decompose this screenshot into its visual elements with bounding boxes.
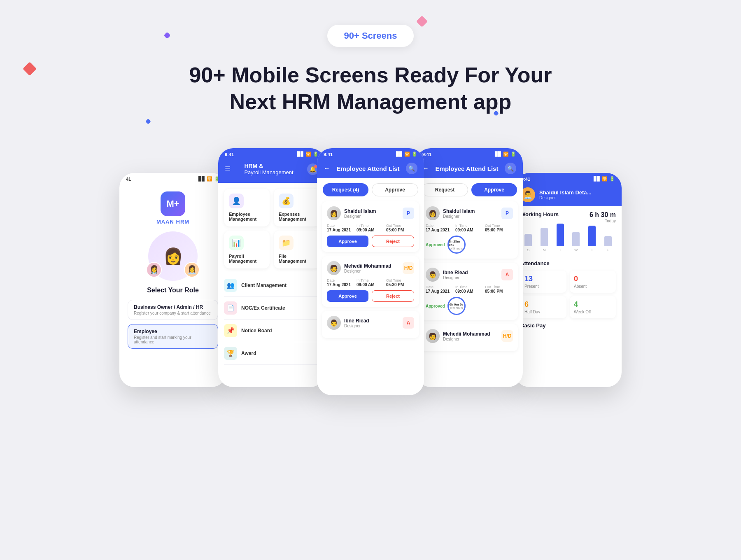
tabs-row-3: Request (4) Approve: [317, 178, 424, 201]
attend-badge-4-1: P: [501, 208, 513, 219]
phone-attend-approve: 9:41 ▊▊ 🛜 🔋 ← Employee Attend List 🔍 Req…: [416, 148, 523, 387]
tab-approve-4[interactable]: Approve: [471, 183, 517, 196]
attend-card-4-top-1: 👩 Shaidul Islam Designer P: [426, 206, 513, 220]
attend-name-4-2: Ibne Riead: [443, 270, 468, 275]
reject-btn-2[interactable]: Reject: [372, 290, 414, 302]
attend-header-3: ← Employee Attend List 🔍: [317, 159, 424, 178]
header-title: HRM &: [244, 163, 293, 169]
status-icons-2: ▊▊ 🛜 🔋: [297, 152, 319, 157]
expenses-icon: 💰: [279, 194, 294, 208]
attend-role-4-2: Designer: [443, 275, 468, 280]
screens-badge: 90+ Screens: [327, 25, 413, 47]
noc-icon: 📄: [224, 301, 237, 315]
approve-btn-2[interactable]: Approve: [327, 290, 368, 302]
phone1-body: M+ MAAN HRM 👩 👩‍⚕️ 👩‍💼 Select Your Role …: [119, 183, 226, 361]
attend-badge-4-2: A: [501, 269, 513, 280]
phone-hrm-dashboard: 9:41 ▊▊ 🛜 🔋 ☰ HRM & Payroll Management 🔔: [218, 148, 325, 387]
header-subtitle: Payroll Management: [244, 169, 293, 175]
logo-area: M+ MAAN HRM: [156, 191, 189, 225]
attend-card-mehedii: 🧑 Mehedii Mohammad Designer H/D Date17 A…: [322, 256, 419, 307]
working-hours-value: 6 h 30 m: [590, 211, 616, 219]
status-bar-3: 9:41 ▊▊ 🛜 🔋: [317, 148, 424, 159]
role-employee-title: Employee: [134, 329, 212, 334]
phone2-header-top: ☰ HRM & Payroll Management 🔔: [225, 163, 319, 175]
payroll-icon: 📊: [229, 236, 244, 250]
menu-item-file[interactable]: 📁 FileManagement: [274, 231, 319, 268]
attend-role-2: Designer: [344, 269, 391, 273]
role-card-business[interactable]: Business Owner / Admin / HR Register you…: [128, 300, 218, 320]
phone-select-role: 41 ▊▊ 🛜 🔋 M+ MAAN HRM 👩 👩‍⚕️ 👩‍💼: [119, 173, 226, 387]
attend-avatar-4-1: 👩: [426, 206, 440, 220]
list-item-award[interactable]: 🏆 Award ›: [224, 342, 319, 365]
chart-bar-m: M: [541, 228, 548, 252]
attend-card-4-2: 👨 Ibne Riead Designer A Date17 Aug 2021 …: [421, 263, 518, 320]
hamburger-icon[interactable]: ☰: [225, 165, 231, 173]
working-hours-title: Working Hours: [520, 211, 559, 217]
attendance-section: Attendance 13 Present 0 Absent 6 Half Da…: [515, 260, 622, 334]
attend-badge-1: P: [403, 208, 414, 219]
client-label: Client Management: [241, 282, 287, 288]
attend-badge-4-3: H/D: [501, 330, 513, 342]
notice-icon: 📌: [224, 324, 237, 337]
search-icon-4[interactable]: 🔍: [505, 163, 516, 174]
list-menu: 👥 Client Management › 📄 NOC/Ex Certifica…: [218, 274, 325, 365]
phones-section: 41 ▊▊ 🛜 🔋 M+ MAAN HRM 👩 👩‍⚕️ 👩‍💼: [0, 132, 741, 395]
attend-avatar-4-2: 👨: [426, 268, 440, 282]
menu-item-expenses[interactable]: 💰 ExpensesManagement: [274, 189, 319, 226]
tab-request-4[interactable]: Request: [422, 183, 468, 196]
chart-bar-t2: T: [588, 226, 596, 252]
stat-weekoff-label: Week Off: [574, 310, 612, 314]
attend-card-top-1: 👩 Shaidul Islam Designer P: [327, 206, 414, 220]
back-arrow-3[interactable]: ←: [324, 165, 330, 172]
working-hours-sub: Today: [590, 219, 616, 223]
btn-row-2: Approve Reject: [327, 290, 414, 302]
attend-name-2: Mehedii Mohammad: [344, 263, 391, 269]
approved-row-4-2: Approved 0h 0m 0s of 9 hours: [426, 297, 513, 315]
tab-approve-3[interactable]: Approve: [372, 183, 418, 196]
stat-halfday: 6 Half Day: [520, 296, 566, 318]
status-bar-4: 9:41 ▊▊ 🛜 🔋: [416, 148, 523, 159]
status-bar-1: 41 ▊▊ 🛜 🔋: [119, 173, 226, 183]
avatar-group: 👩 👩‍⚕️ 👩‍💼: [146, 231, 200, 281]
employee-icon: 👤: [229, 194, 244, 208]
menu-item-employee[interactable]: 👤 EmployeeManagement: [224, 189, 270, 226]
main-heading: 90+ Mobile Screens Ready For Your Next H…: [185, 62, 556, 115]
time-1: 41: [126, 177, 131, 182]
attend-info-1: Shaidul Islam Designer: [344, 208, 376, 219]
attend-card-4-1: 👩 Shaidul Islam Designer P Date17 Aug 20…: [421, 201, 518, 259]
phone5-name-group: Shaidul Islam Deta... Designer: [539, 189, 591, 200]
attend-title-3: Employee Attend List: [337, 165, 400, 172]
attend-info-2: Mehedii Mohammad Designer: [344, 263, 391, 273]
attend-detail-1: Date17 Aug 2021 In Time09:00 AM Out Time…: [327, 224, 414, 232]
attend-name-4-3: Mehedii Mohammad: [443, 331, 490, 337]
approved-row-4-1: Approved 2h 25m 42s of 9 hours: [426, 236, 513, 254]
tab-request-3[interactable]: Request (4): [323, 183, 368, 196]
role-business-title: Business Owner / Admin / HR: [134, 304, 212, 310]
attend-title-4: Employee Attend List: [436, 165, 499, 172]
hours-value-group: 6 h 30 m Today: [590, 211, 616, 223]
attend-badge-2: H/D: [403, 262, 414, 274]
attend-card-ibne: 👨 Ibne Riead Designer A: [322, 311, 419, 338]
list-item-noc[interactable]: 📄 NOC/Ex Certificate ›: [224, 297, 319, 320]
role-card-employee[interactable]: Employee Register and start marking your…: [128, 324, 218, 349]
chart-bar-t1: T: [557, 224, 564, 252]
top-section: 90+ Screens 90+ Mobile Screens Ready For…: [0, 0, 741, 132]
stat-present: 13 Present: [520, 271, 566, 293]
employee-label: EmployeeManagement: [229, 212, 256, 222]
attend-detail-4-1: Date17 Aug 2021 In Time09:00 AM Out Time…: [426, 224, 513, 232]
list-item-notice[interactable]: 📌 Notice Board ›: [224, 320, 319, 342]
reject-btn-1[interactable]: Reject: [372, 236, 414, 247]
file-icon: 📁: [279, 236, 294, 250]
attend-info-3: Ibne Riead Designer: [344, 318, 369, 328]
noc-label: NOC/Ex Certificate: [241, 305, 285, 311]
menu-item-payroll[interactable]: 📊 PayrollManagement: [224, 231, 270, 268]
attend-avatar-2: 🧑: [327, 261, 341, 275]
attend-name-4-1: Shaidul Islam: [443, 208, 475, 214]
list-item-client[interactable]: 👥 Client Management ›: [224, 274, 319, 297]
tabs-row-4: Request Approve: [416, 178, 523, 201]
approve-btn-1[interactable]: Approve: [327, 236, 368, 247]
center-avatar: 👩: [163, 247, 183, 265]
attend-role-4-3: Designer: [443, 337, 490, 341]
search-icon-3[interactable]: 🔍: [406, 163, 417, 174]
payroll-label: PayrollManagement: [229, 254, 256, 264]
